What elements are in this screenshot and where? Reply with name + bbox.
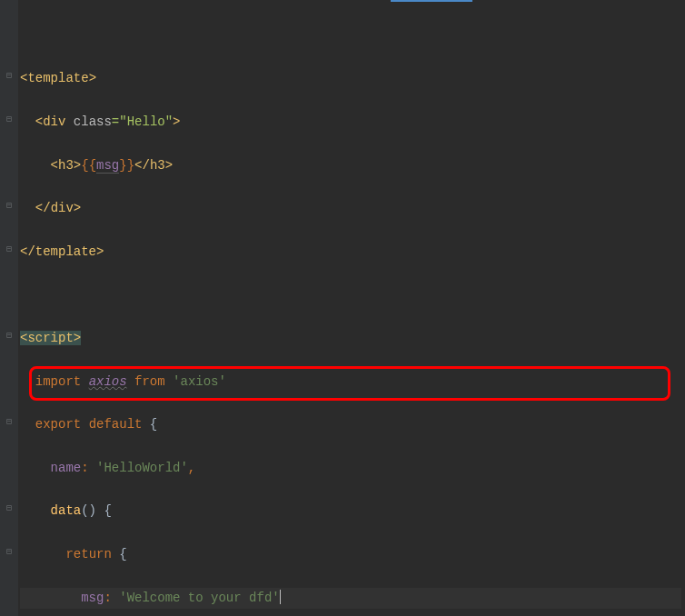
template-tag: template xyxy=(27,71,88,85)
fold-icon[interactable]: ⊟ xyxy=(6,328,12,343)
gutter xyxy=(0,0,18,616)
editor[interactable]: ⊟<template> ⊟ <div class="Hello"> <h3>{{… xyxy=(0,0,685,616)
fold-icon[interactable]: ⊟ xyxy=(6,414,12,430)
fold-icon[interactable]: ⊟ xyxy=(6,544,12,560)
text-caret xyxy=(280,590,281,604)
fold-icon[interactable]: ⊟ xyxy=(6,68,12,84)
fold-icon[interactable]: ⊟ xyxy=(6,242,12,257)
tab-underline xyxy=(391,0,472,2)
script-open-tag: <script> xyxy=(20,331,81,345)
axios-import: axios xyxy=(89,374,127,389)
h3-tag: h3 xyxy=(58,158,74,173)
fold-icon[interactable]: ⊟ xyxy=(6,198,12,214)
code-text: > xyxy=(89,71,96,85)
fold-icon[interactable]: ⊟ xyxy=(6,112,12,127)
div-tag: div xyxy=(43,114,65,129)
fold-icon[interactable]: ⊟ xyxy=(6,501,12,516)
data-func: data xyxy=(51,503,82,518)
